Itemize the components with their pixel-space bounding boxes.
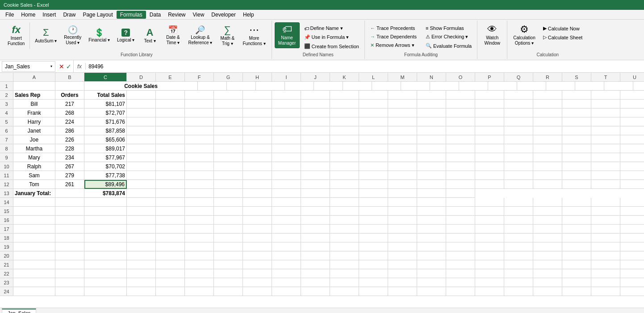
- autosum-button[interactable]: Σ AutoSum ▾: [32, 25, 60, 46]
- menu-developer[interactable]: Developer: [208, 11, 239, 19]
- cell-col6-23[interactable]: [185, 278, 214, 287]
- cell-col1-14[interactable]: [13, 198, 55, 207]
- cell-a12[interactable]: Tom: [13, 180, 55, 189]
- cell-col8-18[interactable]: [243, 234, 272, 242]
- cell-col20-18[interactable]: [591, 234, 620, 242]
- cell-col20-14[interactable]: [591, 198, 620, 207]
- cell-col10-20[interactable]: [301, 251, 330, 260]
- cell-u10[interactable]: [620, 162, 644, 171]
- col-header-e[interactable]: E: [156, 73, 185, 82]
- cell-s8[interactable]: [562, 144, 591, 153]
- cell-a5[interactable]: Harry: [13, 117, 55, 126]
- cell-f5[interactable]: [185, 117, 214, 126]
- name-manager-button[interactable]: 🏷 NameManager: [275, 22, 300, 48]
- row-num-24[interactable]: 24: [0, 287, 13, 296]
- cell-col11-16[interactable]: [330, 216, 359, 225]
- cell-col20-24[interactable]: [591, 287, 620, 296]
- row-num-14[interactable]: 14: [0, 198, 13, 207]
- cell-p3[interactable]: [475, 100, 504, 109]
- text-button[interactable]: A Text ▾: [138, 25, 161, 46]
- cell-e13[interactable]: [156, 189, 185, 198]
- cell-col6-19[interactable]: [185, 242, 214, 251]
- cell-col16-17[interactable]: [475, 225, 504, 234]
- cell-col13-19[interactable]: [388, 242, 417, 251]
- row-num-13[interactable]: 13: [0, 189, 13, 198]
- cell-b5[interactable]: 224: [55, 117, 84, 126]
- cell-q6[interactable]: [504, 126, 533, 135]
- cell-col4-24[interactable]: [127, 287, 156, 296]
- cell-e12[interactable]: [156, 180, 185, 189]
- row-num-17[interactable]: 17: [0, 225, 13, 234]
- cell-u5[interactable]: [620, 117, 644, 126]
- cell-col2-16[interactable]: [55, 216, 84, 225]
- cell-col16-18[interactable]: [475, 234, 504, 242]
- cell-col4-20[interactable]: [127, 251, 156, 260]
- cell-m8[interactable]: [388, 144, 417, 153]
- cell-j6[interactable]: [301, 126, 330, 135]
- cell-e2[interactable]: [156, 91, 185, 100]
- cell-col10-17[interactable]: [301, 225, 330, 234]
- cell-col16-16[interactable]: [475, 216, 504, 225]
- cell-col8-19[interactable]: [243, 242, 272, 251]
- cell-col11-17[interactable]: [330, 225, 359, 234]
- cell-n11[interactable]: [417, 171, 446, 180]
- cell-h10[interactable]: [243, 162, 272, 171]
- cell-l2[interactable]: [359, 91, 388, 100]
- cell-g12[interactable]: [214, 180, 243, 189]
- cell-b12[interactable]: 261: [55, 180, 84, 189]
- cell-p5[interactable]: [475, 117, 504, 126]
- cell-col9-17[interactable]: [272, 225, 301, 234]
- cell-i12[interactable]: [272, 180, 301, 189]
- cell-o9[interactable]: [446, 153, 475, 162]
- cell-q10[interactable]: [504, 162, 533, 171]
- cell-s11[interactable]: [562, 171, 591, 180]
- cell-o6[interactable]: [446, 126, 475, 135]
- cell-u7[interactable]: [620, 135, 644, 144]
- cell-col3-23[interactable]: [84, 278, 127, 287]
- cell-col20-20[interactable]: [591, 251, 620, 260]
- cell-h8[interactable]: [243, 144, 272, 153]
- cell-col2-22[interactable]: [55, 269, 84, 278]
- cell-col5-21[interactable]: [156, 260, 185, 269]
- cell-n2[interactable]: [417, 91, 446, 100]
- calculation-options-button[interactable]: ⚙ CalculationOptions ▾: [510, 22, 538, 48]
- cell-col20-21[interactable]: [591, 260, 620, 269]
- cell-col7-23[interactable]: [214, 278, 243, 287]
- cell-col10-19[interactable]: [301, 242, 330, 251]
- cell-d2[interactable]: [127, 91, 156, 100]
- cell-col12-22[interactable]: [359, 269, 388, 278]
- cell-f1[interactable]: [227, 82, 256, 91]
- row-num-11[interactable]: 11: [0, 171, 13, 180]
- cell-col17-18[interactable]: [504, 234, 533, 242]
- cell-e8[interactable]: [156, 144, 185, 153]
- cell-o13[interactable]: [446, 189, 475, 198]
- cell-e5[interactable]: [156, 117, 185, 126]
- cell-b3[interactable]: 217: [55, 100, 84, 109]
- cell-q11[interactable]: [504, 171, 533, 180]
- cell-l8[interactable]: [359, 144, 388, 153]
- cell-r8[interactable]: [533, 144, 562, 153]
- cell-t5[interactable]: [591, 117, 620, 126]
- cell-d10[interactable]: [127, 162, 156, 171]
- cell-d7[interactable]: [127, 135, 156, 144]
- cell-k1[interactable]: [372, 82, 401, 91]
- cell-e3[interactable]: [156, 100, 185, 109]
- cell-b10[interactable]: 267: [55, 162, 84, 171]
- formula-input[interactable]: 89496: [86, 63, 644, 70]
- cell-col16-22[interactable]: [475, 269, 504, 278]
- cell-col3-24[interactable]: [84, 287, 127, 296]
- cell-col17-24[interactable]: [504, 287, 533, 296]
- cell-i10[interactable]: [272, 162, 301, 171]
- menu-help[interactable]: Help: [239, 11, 258, 19]
- cell-i2[interactable]: [272, 91, 301, 100]
- row-num-12[interactable]: 12: [0, 180, 13, 189]
- row-num-23[interactable]: 23: [0, 278, 13, 287]
- menu-view[interactable]: View: [189, 11, 208, 19]
- cell-col4-21[interactable]: [127, 260, 156, 269]
- cell-n5[interactable]: [417, 117, 446, 126]
- show-formulas-button[interactable]: ≡ Show Formulas: [423, 24, 474, 32]
- menu-review[interactable]: Review: [164, 11, 189, 19]
- cell-col1-18[interactable]: [13, 234, 55, 242]
- cell-n13[interactable]: [417, 189, 446, 198]
- cell-s9[interactable]: [562, 153, 591, 162]
